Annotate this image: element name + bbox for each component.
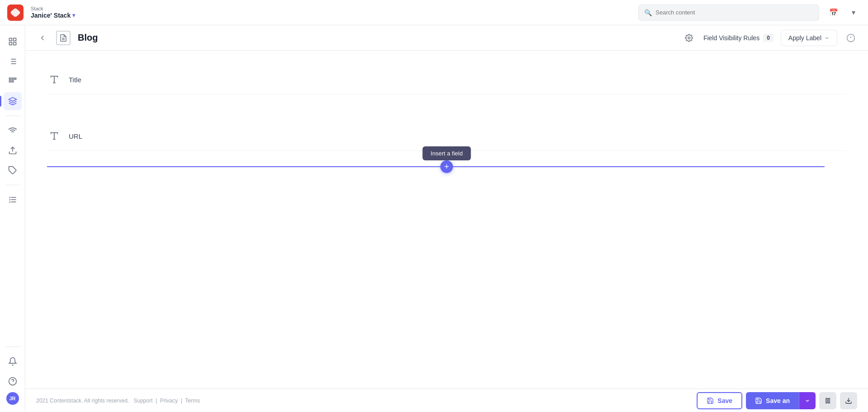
svg-rect-11 bbox=[12, 78, 13, 80]
title-field-type-icon bbox=[47, 72, 61, 87]
url-field-type-icon bbox=[47, 129, 61, 143]
footer: 2021 Contentstack. All rights reserved. … bbox=[25, 389, 868, 412]
schema-body: Title URL Insert a field bbox=[25, 51, 868, 389]
save-and-group: Save an bbox=[746, 392, 816, 409]
info-button[interactable] bbox=[844, 32, 857, 44]
stack-name: Janice' Stack ▾ bbox=[31, 12, 75, 19]
svg-rect-34 bbox=[826, 398, 827, 403]
sidebar-bottom: JR bbox=[4, 343, 22, 405]
sidebar-item-dashboard[interactable] bbox=[4, 33, 22, 51]
svg-rect-35 bbox=[828, 398, 830, 403]
sidebar-item-stack[interactable] bbox=[4, 92, 22, 110]
avatar[interactable]: JR bbox=[6, 392, 19, 405]
footer-actions: Save Save an bbox=[697, 392, 857, 409]
content-header: Blog Field Visibility Rules 0 Apply Labe… bbox=[25, 25, 868, 51]
stack-label: Stack bbox=[31, 6, 75, 11]
svg-rect-14 bbox=[12, 80, 13, 82]
svg-rect-13 bbox=[9, 80, 10, 82]
svg-rect-10 bbox=[9, 78, 10, 80]
save-and-dropdown-button[interactable] bbox=[799, 392, 816, 409]
header-right: 📅 ▾ bbox=[826, 5, 861, 20]
top-header: Stack Janice' Stack ▾ 🔍 📅 ▾ bbox=[0, 0, 868, 25]
title-field-label: Title bbox=[69, 76, 846, 84]
logo[interactable] bbox=[7, 5, 24, 21]
visibility-rules-label: Field Visibility Rules bbox=[703, 34, 760, 42]
svg-point-26 bbox=[688, 37, 690, 39]
sidebar-divider-1 bbox=[5, 116, 20, 116]
footer-terms-link[interactable]: Terms bbox=[185, 398, 200, 404]
sidebar-item-wifi[interactable] bbox=[4, 122, 22, 140]
search-bar[interactable]: 🔍 bbox=[638, 5, 819, 21]
sidebar-item-settings[interactable] bbox=[4, 191, 22, 209]
title-field-row: Title bbox=[47, 65, 846, 94]
insert-field-plus-button[interactable]: + bbox=[440, 160, 453, 173]
save-button[interactable]: Save bbox=[697, 392, 742, 409]
pause-button[interactable] bbox=[819, 392, 836, 409]
export-button[interactable] bbox=[840, 392, 857, 409]
stack-info[interactable]: Stack Janice' Stack ▾ bbox=[31, 6, 75, 19]
main-layout: JR Blog bbox=[0, 25, 868, 412]
insert-line bbox=[47, 166, 825, 167]
svg-rect-12 bbox=[14, 78, 16, 80]
svg-rect-0 bbox=[9, 38, 12, 41]
sidebar-item-help[interactable] bbox=[4, 372, 22, 390]
page-title: Blog bbox=[78, 33, 98, 43]
svg-rect-3 bbox=[9, 42, 12, 45]
svg-rect-2 bbox=[13, 42, 16, 45]
url-field-label: URL bbox=[69, 132, 846, 140]
footer-support-link[interactable]: Support bbox=[133, 398, 152, 404]
settings-button[interactable] bbox=[682, 31, 696, 45]
visibility-rules: Field Visibility Rules 0 bbox=[703, 34, 774, 42]
svg-marker-15 bbox=[9, 98, 16, 101]
visibility-count: 0 bbox=[763, 34, 774, 42]
back-button[interactable] bbox=[36, 32, 49, 44]
save-and-button[interactable]: Save an bbox=[746, 392, 799, 409]
svg-rect-1 bbox=[13, 38, 16, 41]
sidebar-item-notifications[interactable] bbox=[4, 352, 22, 370]
search-input[interactable] bbox=[656, 9, 813, 16]
page-type-icon bbox=[56, 31, 71, 45]
insert-field-area-2[interactable]: Insert a field + bbox=[47, 151, 846, 183]
footer-copyright: 2021 Contentstack. All rights reserved. … bbox=[36, 398, 697, 404]
sidebar: JR bbox=[0, 25, 25, 412]
sidebar-divider-3 bbox=[5, 346, 20, 347]
sidebar-item-extensions[interactable] bbox=[4, 161, 22, 179]
sidebar-item-content-types[interactable] bbox=[4, 52, 22, 70]
sidebar-item-upload[interactable] bbox=[4, 141, 22, 159]
dropdown-icon-btn[interactable]: ▾ bbox=[846, 5, 861, 20]
content-area: Blog Field Visibility Rules 0 Apply Labe… bbox=[25, 25, 868, 412]
search-icon: 🔍 bbox=[644, 9, 652, 16]
stack-chevron-icon: ▾ bbox=[72, 12, 75, 19]
apply-label-button[interactable]: Apply Label bbox=[781, 30, 837, 46]
sidebar-divider-2 bbox=[5, 185, 20, 185]
footer-privacy-link[interactable]: Privacy bbox=[160, 398, 178, 404]
sidebar-item-blocks[interactable] bbox=[4, 72, 22, 90]
insert-field-tooltip: Insert a field bbox=[423, 146, 471, 160]
insert-field-area-1 bbox=[47, 94, 846, 122]
calendar-icon-btn[interactable]: 📅 bbox=[826, 5, 841, 20]
